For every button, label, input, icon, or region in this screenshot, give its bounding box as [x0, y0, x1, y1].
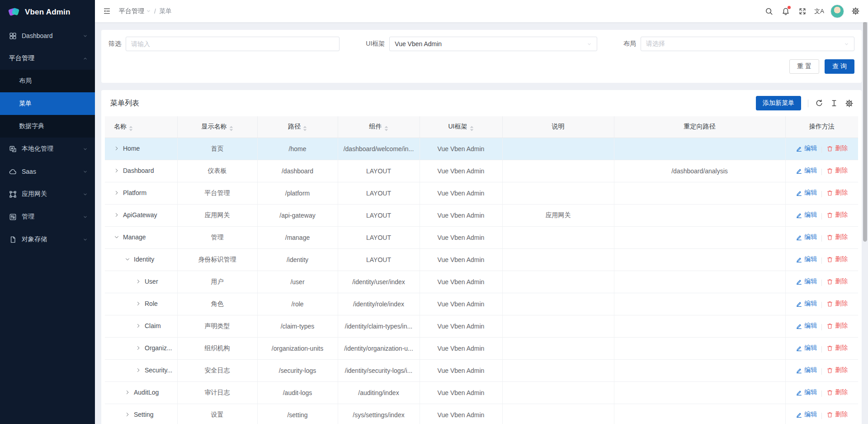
table-row[interactable]: Home首页/home/dashboard/welcome/in...Vue V…	[105, 138, 858, 160]
delete-link[interactable]: 删除	[826, 189, 848, 197]
bell-icon[interactable]	[780, 6, 791, 17]
content: 筛选UI框架Vue Vben Admin布局请选择 重 置 查 询 菜单列表 添…	[95, 22, 868, 424]
sort-icon[interactable]	[229, 122, 233, 131]
table-row[interactable]: Platform平台管理/platformLAYOUTVue Vben Admi…	[105, 182, 858, 204]
expand-row-icon[interactable]	[125, 390, 130, 395]
sort-icon[interactable]	[470, 122, 474, 131]
sort-icon[interactable]	[129, 122, 133, 131]
table-row[interactable]: Manage管理/manageLAYOUTVue Vben Admin编辑删除	[105, 226, 858, 248]
column-header-显示名称[interactable]: 显示名称	[177, 116, 257, 138]
delete-link[interactable]: 删除	[826, 300, 848, 308]
edit-link[interactable]: 编辑	[796, 410, 817, 419]
menu-fold-icon[interactable]	[103, 7, 111, 15]
row-height-icon[interactable]	[830, 99, 838, 108]
column-header-路径[interactable]: 路径	[257, 116, 338, 138]
edit-link[interactable]: 编辑	[796, 189, 817, 197]
delete-link[interactable]: 删除	[826, 322, 848, 330]
delete-link[interactable]: 删除	[826, 344, 848, 352]
delete-link[interactable]: 删除	[826, 410, 848, 419]
table-row[interactable]: Security...安全日志/security-logs/identity/s…	[105, 359, 858, 381]
delete-label: 删除	[835, 255, 848, 263]
column-header-名称[interactable]: 名称	[105, 116, 177, 138]
delete-link[interactable]: 删除	[826, 211, 848, 219]
sidebar-item-本地化管理[interactable]: 本地化管理	[0, 138, 95, 160]
expand-row-icon[interactable]	[136, 367, 141, 373]
gear-icon[interactable]	[845, 99, 854, 108]
delete-link[interactable]: 删除	[826, 144, 848, 152]
expand-row-icon[interactable]	[114, 212, 119, 218]
sidebar-item-对象存储[interactable]: 对象存储	[0, 228, 95, 251]
edit-link[interactable]: 编辑	[796, 388, 817, 396]
table-row[interactable]: Dashboard仪表板/dashboardLAYOUTVue Vben Adm…	[105, 160, 858, 182]
delete-link[interactable]: 删除	[826, 277, 848, 286]
sidebar-subitem-数据字典[interactable]: 数据字典	[0, 115, 95, 138]
edit-link[interactable]: 编辑	[796, 366, 817, 374]
delete-link[interactable]: 删除	[826, 255, 848, 263]
expand-row-icon[interactable]	[136, 301, 141, 306]
expand-row-icon[interactable]	[136, 345, 141, 351]
expand-row-icon[interactable]	[125, 412, 130, 417]
refresh-icon[interactable]	[815, 99, 823, 108]
expand-row-icon[interactable]	[136, 323, 141, 329]
table-row[interactable]: Organiz...组织机构/organization-units/identi…	[105, 337, 858, 359]
collapse-row-icon[interactable]	[125, 257, 130, 262]
delete-link[interactable]: 删除	[826, 167, 848, 175]
breadcrumb-item[interactable]: 菜单	[159, 7, 172, 15]
table-row[interactable]: Identity身份标识管理/identityLAYOUTVue Vben Ad…	[105, 248, 858, 271]
expand-row-icon[interactable]	[136, 279, 141, 284]
table-row[interactable]: Claim声明类型/claim-types/identity/claim-typ…	[105, 315, 858, 337]
fullscreen-icon[interactable]	[797, 6, 808, 17]
add-menu-button[interactable]: 添加新菜单	[756, 96, 801, 110]
expand-row-icon[interactable]	[114, 146, 119, 151]
column-header-UI框架[interactable]: UI框架	[420, 116, 502, 138]
edit-link[interactable]: 编辑	[796, 211, 817, 219]
search-icon[interactable]	[764, 6, 774, 17]
table-row[interactable]: AuditLog审计日志/audit-logs/auditing/indexVu…	[105, 381, 858, 404]
filter-input[interactable]	[131, 40, 334, 48]
table-row[interactable]: Setting设置/setting/sys/settings/indexVue …	[105, 404, 858, 424]
sort-icon[interactable]	[303, 122, 307, 131]
edit-link[interactable]: 编辑	[796, 233, 817, 241]
edit-link[interactable]: 编辑	[796, 322, 817, 330]
sidebar-group-平台管理[interactable]: 平台管理	[0, 47, 95, 70]
expand-row-icon[interactable]	[114, 190, 119, 195]
table-row[interactable]: Role角色/role/identity/role/indexVue Vben …	[105, 293, 858, 315]
sidebar-item-Saas[interactable]: Saas	[0, 160, 95, 183]
delete-link[interactable]: 删除	[826, 388, 848, 396]
sidebar-subitem-布局[interactable]: 布局	[0, 70, 95, 92]
collapse-row-icon[interactable]	[114, 234, 119, 240]
filter-field-布局: 布局请选择	[623, 37, 854, 51]
edit-link[interactable]: 编辑	[796, 144, 817, 152]
sidebar-item-应用网关[interactable]: 应用网关	[0, 183, 95, 205]
delete-label: 删除	[835, 144, 848, 152]
table-row[interactable]: User用户/user/identity/user/indexVue Vben …	[105, 271, 858, 293]
filter-select-布局[interactable]: 请选择	[641, 37, 854, 51]
edit-link[interactable]: 编辑	[796, 277, 817, 286]
settings-icon[interactable]	[850, 6, 861, 17]
edit-link[interactable]: 编辑	[796, 300, 817, 308]
edit-link[interactable]: 编辑	[796, 344, 817, 352]
app-logo[interactable]: Vben Admin	[0, 0, 95, 24]
reset-button[interactable]: 重 置	[789, 59, 819, 74]
vertical-scrollbar[interactable]	[863, 22, 867, 242]
sidebar-item-Dashboard[interactable]: Dashboard	[0, 24, 95, 47]
edit-link[interactable]: 编辑	[796, 255, 817, 263]
table-row[interactable]: ApiGateway应用网关/api-gatewayLAYOUTVue Vben…	[105, 204, 858, 226]
translate-icon[interactable]: 文A	[814, 6, 825, 17]
cell-description	[502, 315, 614, 337]
sort-icon[interactable]	[384, 122, 388, 131]
breadcrumb-item[interactable]: 平台管理	[119, 7, 151, 15]
cell-actions: 编辑删除	[785, 404, 858, 424]
delete-link[interactable]: 删除	[826, 233, 848, 241]
search-button[interactable]: 查 询	[825, 59, 854, 74]
filter-select-UI框架[interactable]: Vue Vben Admin	[389, 37, 597, 51]
delete-link[interactable]: 删除	[826, 366, 848, 374]
edit-link[interactable]: 编辑	[796, 167, 817, 175]
sidebar-item-管理[interactable]: 管理	[0, 205, 95, 228]
cell-ui-framework: Vue Vben Admin	[420, 315, 502, 337]
column-header-说明: 说明	[502, 116, 614, 138]
column-header-组件[interactable]: 组件	[338, 116, 420, 138]
user-avatar[interactable]	[830, 5, 844, 18]
expand-row-icon[interactable]	[114, 168, 119, 173]
sidebar-subitem-菜单[interactable]: 菜单	[0, 92, 95, 115]
